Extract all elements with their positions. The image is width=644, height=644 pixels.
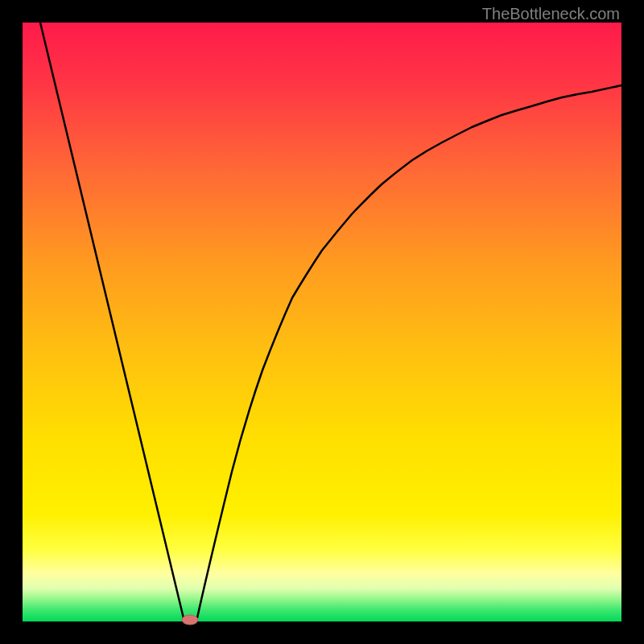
attribution-text: TheBottleneck.com (482, 5, 620, 23)
minimum-marker (182, 615, 198, 625)
chart-svg (0, 0, 644, 644)
chart-container (0, 0, 644, 644)
